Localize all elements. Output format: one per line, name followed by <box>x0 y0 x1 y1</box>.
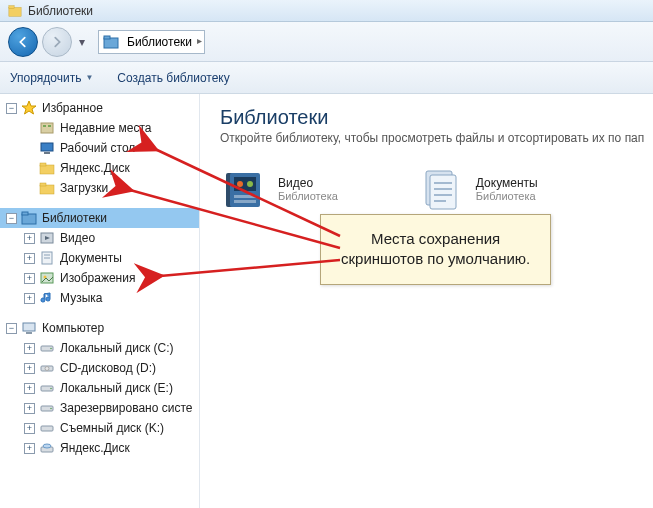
svg-rect-6 <box>43 125 46 127</box>
tree-label: Загрузки <box>60 181 108 195</box>
expand-icon[interactable]: + <box>24 253 35 264</box>
svg-point-39 <box>237 181 243 187</box>
create-library-button[interactable]: Создать библиотеку <box>117 71 229 85</box>
svg-rect-9 <box>44 152 50 154</box>
library-sub: Библиотека <box>278 190 338 202</box>
tree-label: Видео <box>60 231 95 245</box>
back-button[interactable] <box>8 27 38 57</box>
svg-point-32 <box>50 408 52 410</box>
svg-rect-1 <box>9 5 14 8</box>
create-library-label: Создать библиотеку <box>117 71 229 85</box>
tree-item-removable-k[interactable]: + Съемный диск (K:) <box>0 418 199 438</box>
collapse-icon[interactable]: − <box>6 213 17 224</box>
tree-label: Музыка <box>60 291 102 305</box>
music-library-icon <box>39 290 55 306</box>
svg-rect-41 <box>234 195 256 198</box>
toolbar: Упорядочить ▼ Создать библиотеку <box>0 62 653 94</box>
tree-item-yandex-disk[interactable]: Яндекс.Диск <box>0 158 199 178</box>
svg-point-35 <box>43 444 51 448</box>
star-icon <box>21 100 37 116</box>
video-library-icon <box>220 165 268 213</box>
library-item-documents[interactable]: Документы Библиотека <box>418 165 538 213</box>
libraries-icon <box>103 34 119 50</box>
svg-rect-12 <box>40 185 54 194</box>
svg-rect-15 <box>22 212 28 215</box>
tree-item-cd-d[interactable]: + CD-дисковод (D:) <box>0 358 199 378</box>
expand-icon[interactable]: + <box>24 443 35 454</box>
expand-icon[interactable]: + <box>24 363 35 374</box>
svg-rect-44 <box>430 175 456 209</box>
tree-label: Локальный диск (C:) <box>60 341 174 355</box>
tree-label: Документы <box>60 251 122 265</box>
expand-icon[interactable]: + <box>24 403 35 414</box>
tree-item-videos[interactable]: + Видео <box>0 228 199 248</box>
tree-item-music[interactable]: + Музыка <box>0 288 199 308</box>
svg-point-26 <box>50 348 52 350</box>
svg-point-30 <box>50 388 52 390</box>
tree-item-disk-e[interactable]: + Локальный диск (E:) <box>0 378 199 398</box>
removable-drive-icon <box>39 420 55 436</box>
tree-item-yandex-drive[interactable]: + Яндекс.Диск <box>0 438 199 458</box>
computer-icon <box>21 320 37 336</box>
organize-menu[interactable]: Упорядочить ▼ <box>10 71 93 85</box>
svg-rect-10 <box>40 165 54 174</box>
expand-icon[interactable]: + <box>24 273 35 284</box>
tree-item-reserved[interactable]: + Зарезервировано систе <box>0 398 199 418</box>
cloud-drive-icon <box>39 440 55 456</box>
page-subtitle: Откройте библиотеку, чтобы просмотреть ф… <box>220 131 653 145</box>
nav-bar: ▾ Библиотеки <box>0 22 653 62</box>
documents-library-icon <box>418 165 466 213</box>
window-icon <box>8 4 22 18</box>
nav-history-dropdown[interactable]: ▾ <box>76 28 88 56</box>
tree-label: Рабочий стол <box>60 141 135 155</box>
tree-item-downloads[interactable]: Загрузки <box>0 178 199 198</box>
tree-label: Недавние места <box>60 121 151 135</box>
libraries-icon <box>21 210 37 226</box>
expand-icon[interactable]: + <box>24 343 35 354</box>
svg-point-40 <box>247 181 253 187</box>
tree-item-desktop[interactable]: Рабочий стол <box>0 138 199 158</box>
tree-item-pictures[interactable]: + Изображения <box>0 268 199 288</box>
address-segment[interactable]: Библиотеки <box>123 33 200 51</box>
tree-label: Локальный диск (E:) <box>60 381 173 395</box>
svg-rect-0 <box>9 7 21 16</box>
tree-item-recent-places[interactable]: Недавние места <box>0 118 199 138</box>
chevron-down-icon: ▼ <box>85 73 93 82</box>
tree-group-libraries: − Библиотеки + Видео + Документы + Изобр… <box>0 208 199 308</box>
tree-node-computer[interactable]: − Компьютер <box>0 318 199 338</box>
tree-label: Зарезервировано систе <box>60 401 192 415</box>
tree-label: Библиотеки <box>42 211 107 225</box>
content-pane: Библиотеки Откройте библиотеку, чтобы пр… <box>200 94 653 508</box>
svg-rect-33 <box>41 426 53 431</box>
drive-icon <box>39 400 55 416</box>
library-name: Документы <box>476 176 538 190</box>
expand-icon[interactable]: + <box>24 233 35 244</box>
svg-rect-5 <box>41 123 53 133</box>
desktop-icon <box>39 140 55 156</box>
drive-icon <box>39 380 55 396</box>
collapse-icon[interactable]: − <box>6 103 17 114</box>
pictures-library-icon <box>39 270 55 286</box>
collapse-icon[interactable]: − <box>6 323 17 334</box>
expand-icon[interactable]: + <box>24 383 35 394</box>
folder-icon <box>39 180 55 196</box>
tree-label: Яндекс.Диск <box>60 441 130 455</box>
svg-rect-23 <box>23 323 35 331</box>
svg-point-28 <box>45 367 49 371</box>
tree-item-documents[interactable]: + Документы <box>0 248 199 268</box>
tree-node-favorites[interactable]: − Избранное <box>0 98 199 118</box>
title-bar: Библиотеки <box>0 0 653 22</box>
svg-rect-7 <box>48 125 51 127</box>
organize-label: Упорядочить <box>10 71 81 85</box>
address-bar[interactable]: Библиотеки <box>98 30 205 54</box>
library-item-videos[interactable]: Видео Библиотека <box>220 165 338 213</box>
expand-icon[interactable]: + <box>24 293 35 304</box>
forward-button[interactable] <box>42 27 72 57</box>
tree-label: Съемный диск (K:) <box>60 421 164 435</box>
tree-group-computer: − Компьютер + Локальный диск (C:) + CD-д… <box>0 318 199 458</box>
tree-item-disk-c[interactable]: + Локальный диск (C:) <box>0 338 199 358</box>
svg-rect-42 <box>234 200 256 203</box>
tree-node-libraries[interactable]: − Библиотеки <box>0 208 199 228</box>
expand-icon[interactable]: + <box>24 423 35 434</box>
callout-line1: Места сохранения <box>341 229 530 249</box>
